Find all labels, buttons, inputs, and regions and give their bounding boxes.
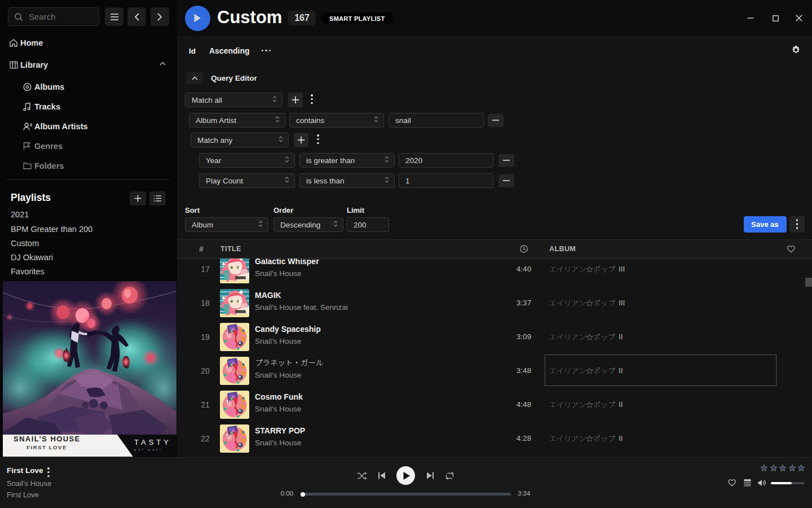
svg-text:TASTY: TASTY — [134, 438, 171, 446]
svg-text:BST.MAXI: BST.MAXI — [134, 448, 162, 452]
svg-text:FIRST LOVE: FIRST LOVE — [27, 444, 67, 450]
svg-text:SNAIL’S HOUSE: SNAIL’S HOUSE — [14, 435, 81, 443]
